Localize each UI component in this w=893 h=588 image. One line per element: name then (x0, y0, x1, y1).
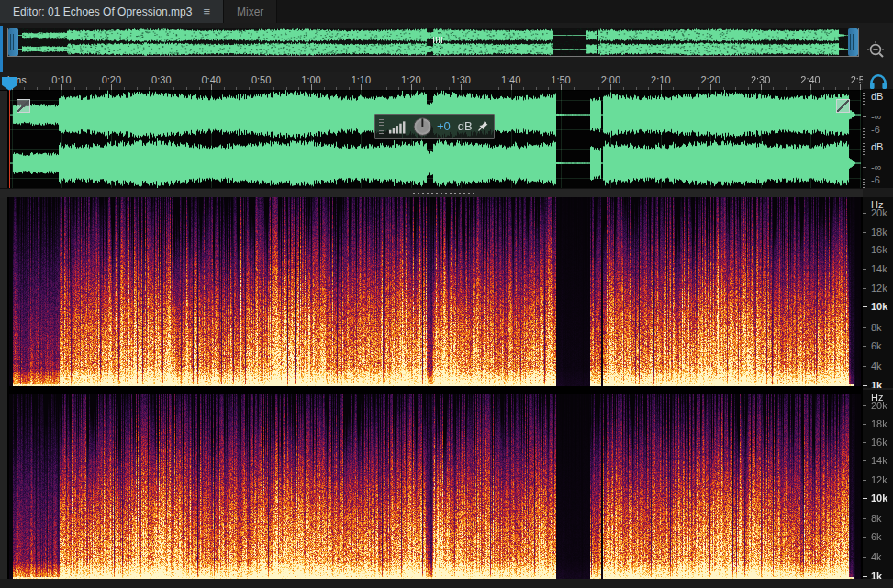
fade-out-handle[interactable] (836, 99, 850, 113)
hz-mark-label: 10k (871, 301, 887, 312)
scale-tick (863, 269, 866, 270)
ruler-time-label: 0:10 (51, 74, 71, 85)
ruler-time-label: 0:40 (201, 74, 220, 85)
ruler-time-label: 2:20 (700, 74, 720, 85)
ruler-time-label: 1:50 (551, 74, 570, 85)
pin-icon[interactable] (477, 120, 488, 132)
db-scale-channel-2[interactable]: dB-∞-6 (863, 139, 893, 188)
scale-tick (863, 116, 866, 117)
hz-mark-label: 12k (871, 474, 887, 485)
scale-tick (863, 460, 866, 461)
hz-mark-label: 6k (871, 340, 882, 351)
scale-tick (863, 576, 867, 577)
db-scale-channel-1[interactable]: dB-∞-6 (863, 89, 893, 139)
scale-tick (863, 537, 866, 538)
overview-navigator[interactable] (7, 28, 859, 57)
scale-tick (863, 93, 865, 94)
spectrogram-channel-2-canvas[interactable] (9, 394, 861, 579)
scale-tick (863, 385, 867, 386)
scale-tick (863, 306, 867, 307)
scale-tick (863, 149, 865, 150)
tab-mixer-label: Mixer (237, 6, 263, 18)
volume-knob-icon[interactable] (413, 116, 432, 137)
timeline-ruler[interactable]: hms 0:100:200:300:400:501:001:101:201:30… (0, 72, 863, 91)
db-mark-label: -∞ (871, 161, 882, 172)
scale-tick (863, 250, 866, 250)
scale-tick (863, 128, 865, 129)
hz-mark-label: 18k (871, 418, 887, 429)
ruler-time-label: 1:00 (301, 74, 320, 85)
hud-grip-icon[interactable] (379, 118, 384, 134)
ruler-time-label: 2:40 (800, 74, 820, 85)
hz-mark-label: 20k (871, 207, 887, 218)
ruler-time-label: 2:50 (851, 74, 863, 85)
hz-mark-label: 18k (871, 227, 887, 238)
ruler-time-label: 0:20 (102, 74, 121, 85)
hz-scale-spectrogram-1[interactable]: Hz20k18k16k14k12k10k8k6k4k1k (863, 197, 893, 388)
overview-waveform-canvas[interactable] (18, 28, 850, 56)
scale-tick (863, 146, 865, 147)
ruler-time-label: 1:10 (352, 74, 371, 85)
panel-menu-icon[interactable]: ≡ (203, 6, 210, 17)
scale-tick (863, 405, 866, 406)
overview-range-handle-right[interactable] (848, 28, 858, 56)
scale-tick (863, 232, 866, 233)
hz-mark-label: 12k (871, 283, 887, 294)
hz-mark-label: 20k (871, 400, 887, 411)
scale-tick (863, 179, 865, 180)
audition-editor-panel: Editor: 01 Echoes Of Opression.mp3 ≡ Mix… (0, 0, 893, 588)
db-mark-label: -6 (871, 174, 880, 185)
hz-mark-label: 1k (871, 571, 882, 579)
zoom-navigator-icon[interactable] (866, 40, 888, 62)
scale-tick (863, 137, 865, 138)
ruler-time-label: 2:00 (601, 74, 620, 85)
hz-mark-label: 8k (871, 513, 882, 524)
hz-mark-label: 6k (871, 531, 882, 542)
scale-tick (863, 167, 866, 168)
hz-mark-label: 8k (871, 322, 882, 333)
splitter-grip-icon (413, 193, 474, 194)
scale-tick (863, 518, 866, 519)
db-mark-label: -6 (871, 124, 880, 135)
tab-mixer[interactable]: Mixer (224, 0, 277, 23)
hz-mark-label: 4k (871, 551, 882, 562)
gain-value: +0 (437, 119, 451, 133)
ruler-time-label: 1:30 (451, 74, 470, 85)
waveform-canvas[interactable] (9, 90, 861, 188)
headphones-icon (868, 72, 888, 91)
hz-mark-label: 14k (871, 263, 887, 274)
db-unit-label: dB (871, 141, 883, 152)
ruler-time-label: 1:20 (401, 74, 420, 85)
editor-left-margin (0, 90, 7, 579)
ruler-time-label: 0:50 (251, 74, 271, 85)
tab-editor-label: Editor: 01 Echoes Of Opression.mp3 (13, 6, 192, 18)
scale-tick (863, 95, 865, 96)
db-mark-label: -∞ (871, 111, 882, 122)
hz-mark-label: 16k (871, 437, 887, 448)
scale-tick (863, 184, 865, 185)
db-unit-label: dB (871, 91, 883, 102)
scale-tick (863, 442, 866, 443)
gain-unit: dB (458, 119, 473, 133)
scale-tick (863, 151, 865, 152)
hz-mark-label: 16k (871, 244, 887, 255)
scale-tick (863, 182, 865, 183)
scale-tick (863, 213, 866, 214)
tab-editor[interactable]: Editor: 01 Echoes Of Opression.mp3 ≡ (0, 0, 224, 23)
scale-tick (863, 346, 866, 347)
scale-tick (863, 480, 866, 481)
ruler-time-label: 1:40 (501, 74, 520, 85)
spectrogram-channel-1-canvas[interactable] (9, 197, 861, 386)
scale-tick (863, 288, 866, 289)
overview-range-handle-left[interactable] (8, 28, 18, 56)
scale-tick (863, 134, 865, 135)
monitor-headphones-icon[interactable] (868, 72, 888, 91)
panel-tab-bar: Editor: 01 Echoes Of Opression.mp3 ≡ Mix… (0, 0, 893, 23)
volume-hud[interactable]: +0dB (374, 114, 495, 139)
playhead-line (9, 90, 10, 188)
hz-scale-spectrogram-2[interactable]: Hz20k18k16k14k12k10k8k6k4k1k (863, 390, 893, 579)
scale-tick (863, 327, 866, 328)
scale-tick (863, 104, 865, 105)
fade-in-handle[interactable] (17, 99, 30, 113)
scale-tick (863, 424, 866, 425)
